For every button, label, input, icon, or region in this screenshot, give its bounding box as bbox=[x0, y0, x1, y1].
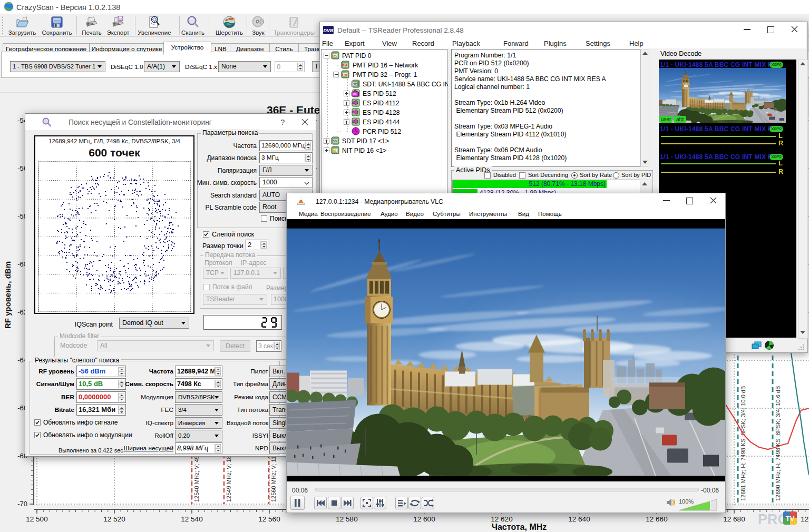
svg-text:RF уровень, dBm: RF уровень, dBm bbox=[3, 261, 12, 329]
svg-text:PA: PA bbox=[333, 54, 337, 57]
svg-text:12681 MHz; H; 7498 KS ;8PSK; 3: 12681 MHz; H; 7498 KS ;8PSK; 3/4; 10.0 d… bbox=[740, 386, 746, 501]
svg-text:Частота, MHz: Частота, MHz bbox=[492, 523, 547, 531]
svg-text:12 560: 12 560 bbox=[258, 515, 280, 523]
svg-text:-70: -70 bbox=[17, 500, 27, 508]
svg-text:PM: PM bbox=[343, 73, 347, 76]
svg-text:12 660: 12 660 bbox=[646, 515, 667, 523]
svg-text:12 540: 12 540 bbox=[181, 515, 202, 523]
svg-text:12690 MHz; H; 7498 KS ;8PSK; 3: 12690 MHz; H; 7498 KS ;8PSK; 3/4; 10.6 d… bbox=[775, 386, 781, 501]
svg-text:TV: TV bbox=[786, 515, 795, 523]
svg-text:12 620: 12 620 bbox=[491, 515, 512, 523]
svg-text:12 580: 12 580 bbox=[336, 515, 357, 523]
svg-text:12 680: 12 680 bbox=[723, 515, 745, 523]
svg-text:12 520: 12 520 bbox=[103, 515, 125, 523]
svg-text:12 700: 12 700 bbox=[801, 515, 809, 523]
svg-text:DVB: DVB bbox=[323, 28, 334, 33]
svg-text:12 500: 12 500 bbox=[26, 515, 47, 523]
svg-text:NI: NI bbox=[333, 149, 336, 152]
svg-text:PM: PM bbox=[343, 64, 347, 67]
svg-text:12 640: 12 640 bbox=[568, 515, 590, 523]
svg-text:SD: SD bbox=[353, 83, 358, 86]
svg-text:SD: SD bbox=[333, 140, 337, 143]
svg-text:12 600: 12 600 bbox=[413, 515, 435, 523]
